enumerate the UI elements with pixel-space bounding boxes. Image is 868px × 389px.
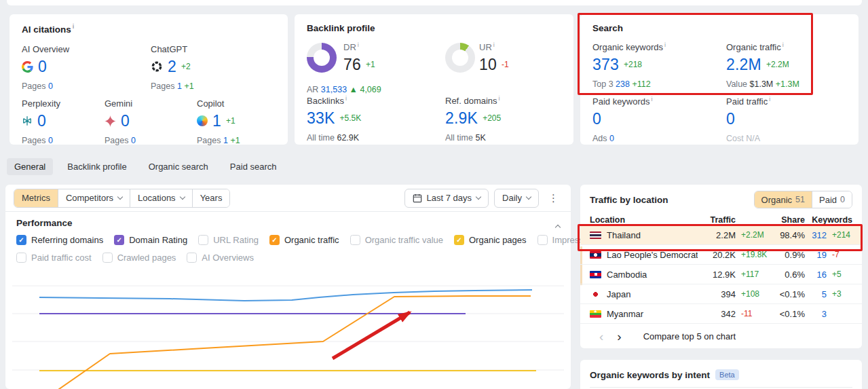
next-page-icon[interactable]: › <box>613 330 625 343</box>
checkbox-unchecked-icon <box>198 235 208 245</box>
ref-domains-count[interactable]: 2.9K <box>445 109 478 128</box>
perplexity-count: 0 <box>37 112 46 130</box>
info-icon[interactable]: i <box>652 96 653 103</box>
dr-donut-gauge <box>307 43 337 73</box>
info-icon[interactable]: i <box>664 41 666 48</box>
chevron-down-icon <box>117 194 123 200</box>
prev-page-icon[interactable]: ‹ <box>595 330 607 343</box>
search-card: Search Organic keywordsi 373+218 Top 3 2… <box>580 14 858 145</box>
segment-competitors[interactable]: Competitors <box>58 189 130 207</box>
info-icon[interactable]: i <box>769 96 770 103</box>
metric-checkbox-url-rating[interactable]: URL Rating <box>198 235 259 245</box>
chart-line-organic-traffic <box>54 296 531 389</box>
metric-checkbox-organic-traffic[interactable]: ✓Organic traffic <box>269 235 339 245</box>
keywords-by-intent-panel: Organic keywords by intent Beta <box>580 360 862 389</box>
tab-organic-search[interactable]: Organic search <box>141 158 216 175</box>
backlinks-count[interactable]: 33K <box>307 109 335 128</box>
info-icon[interactable]: i <box>358 41 359 48</box>
copilot-icon <box>197 115 208 126</box>
japan-flag-icon <box>590 291 601 298</box>
search-title: Search <box>592 23 623 33</box>
checkbox-unchecked-icon <box>537 235 548 245</box>
ur-donut-gauge <box>445 43 475 73</box>
toggle-organic[interactable]: Organic51 <box>755 191 812 208</box>
table-row-laos[interactable]: Lao People's Democratic Reput 20.2K +19.… <box>580 245 862 265</box>
chart-mode-segments: Metrics Competitors Locations Years <box>14 189 230 208</box>
traffic-by-location-title: Traffic by location <box>590 195 668 205</box>
metric-checkbox-paid-traffic-cost[interactable]: Paid traffic cost <box>16 253 92 263</box>
cambodia-flag-icon <box>590 271 601 278</box>
laos-flag-icon <box>590 251 601 259</box>
segment-metrics[interactable]: Metrics <box>14 189 58 207</box>
metric-checkbox-organic-pages[interactable]: ✓Organic pages <box>454 235 527 245</box>
segment-years[interactable]: Years <box>192 189 230 207</box>
chart-filter-bar: Metrics Competitors Locations Years Last… <box>5 185 571 212</box>
divider <box>590 387 852 388</box>
checkbox-checked-icon: ✓ <box>269 235 280 245</box>
kebab-menu-icon[interactable]: ⋮ <box>544 192 563 204</box>
keywords-by-intent-title: Organic keywords by intent <box>590 370 710 380</box>
info-icon[interactable]: i <box>499 95 500 102</box>
dr-value: 76 <box>343 56 361 74</box>
compare-top5-link[interactable]: Compare top 5 on chart <box>643 331 736 341</box>
location-pagination: ‹ › Compare top 5 on chart <box>580 324 862 348</box>
perplexity-icon <box>22 115 33 126</box>
paid-traffic-block: Paid traffici 0 Cost N/A <box>726 96 770 143</box>
info-icon[interactable]: i <box>493 41 495 48</box>
table-row-cambodia[interactable]: Cambodia 12.9K +117 0.6% 16 +5 <box>580 265 862 284</box>
overview-chart-panel: Metrics Competitors Locations Years Last… <box>5 185 571 389</box>
backlink-profile-title: Backlink profile <box>307 23 375 33</box>
segment-locations[interactable]: Locations <box>130 189 192 207</box>
table-row-myanmar[interactable]: ★Myanmar 342 -11 <0.1% 3 <box>580 304 862 324</box>
copilot-block: Copilot 1 +1 Pages 1 +1 <box>197 98 240 145</box>
tab-backlink-profile[interactable]: Backlink profile <box>60 158 134 175</box>
chatgpt-count: 2 <box>168 58 176 76</box>
copilot-count: 1 <box>212 112 221 130</box>
chevron-down-icon <box>179 194 185 200</box>
performance-chart[interactable] <box>5 266 571 389</box>
metric-toggle-row-1: ✓Referring domains ✓Domain Rating URL Ra… <box>16 235 667 245</box>
google-icon <box>22 61 33 73</box>
ai-citations-card: AI citationsi AI Overview 0 Pages 0 Chat… <box>10 14 288 145</box>
organic-traffic-block: Organic traffici 2.2M+2.2M Value $1.3M +… <box>726 41 799 89</box>
checkbox-unchecked-icon <box>187 253 197 263</box>
paid-keywords-block: Paid keywordsi 0 Ads 0 <box>592 96 653 143</box>
checkbox-unchecked-icon <box>16 253 26 263</box>
metric-checkbox-ai-overviews[interactable]: AI Overviews <box>187 253 254 263</box>
checkbox-checked-icon: ✓ <box>114 235 124 245</box>
metric-checkbox-referring-domains[interactable]: ✓Referring domains <box>16 235 103 245</box>
metric-checkbox-domain-rating[interactable]: ✓Domain Rating <box>114 235 187 245</box>
paid-traffic-count[interactable]: 0 <box>726 110 735 128</box>
ref-domains-block: Ref. domainsi 2.9K+205 All time 5K <box>445 95 501 143</box>
table-row-japan[interactable]: Japan 394 +108 <0.1% 5 +3 <box>580 284 862 304</box>
paid-keywords-count[interactable]: 0 <box>592 110 601 128</box>
checkbox-checked-icon: ✓ <box>454 235 464 245</box>
metric-checkbox-crawled-pages[interactable]: Crawled pages <box>102 253 176 263</box>
chatgpt-icon <box>151 60 163 73</box>
ur-value: 10 <box>479 56 497 74</box>
metric-checkbox-organic-traffic-value[interactable]: Organic traffic value <box>350 235 443 245</box>
date-range-picker[interactable]: Last 7 days <box>404 189 489 208</box>
organic-keywords-block: Organic keywordsi 373+218 Top 3 238 +112 <box>592 41 666 89</box>
thailand-flag-icon <box>590 231 601 239</box>
info-icon[interactable]: i <box>73 23 75 30</box>
chart-line-referring-domains <box>39 290 532 301</box>
toggle-paid[interactable]: Paid0 <box>812 191 852 208</box>
calendar-icon <box>413 193 422 203</box>
tab-general[interactable]: General <box>7 158 53 175</box>
info-icon[interactable]: i <box>782 41 784 48</box>
info-icon[interactable]: i <box>345 95 347 102</box>
checkbox-unchecked-icon <box>102 253 113 263</box>
ai-overview-count: 0 <box>38 58 47 76</box>
top-card-edge <box>7 0 862 5</box>
tab-paid-search[interactable]: Paid search <box>223 158 284 175</box>
organic-paid-toggle: Organic51 Paid0 <box>754 191 852 208</box>
checkbox-unchecked-icon <box>350 235 360 245</box>
checkbox-checked-icon: ✓ <box>16 235 26 245</box>
organic-traffic-count[interactable]: 2.2M <box>726 56 761 74</box>
granularity-select[interactable]: Daily <box>494 189 539 208</box>
table-row-thailand[interactable]: Thailand 2.2M +2.2M 98.4% 312 +214 <box>580 225 862 245</box>
collapse-chevron-icon[interactable] <box>556 221 560 231</box>
organic-keywords-count[interactable]: 373 <box>592 56 619 74</box>
gemini-block: Gemini 0 Pages 0 <box>105 98 136 145</box>
